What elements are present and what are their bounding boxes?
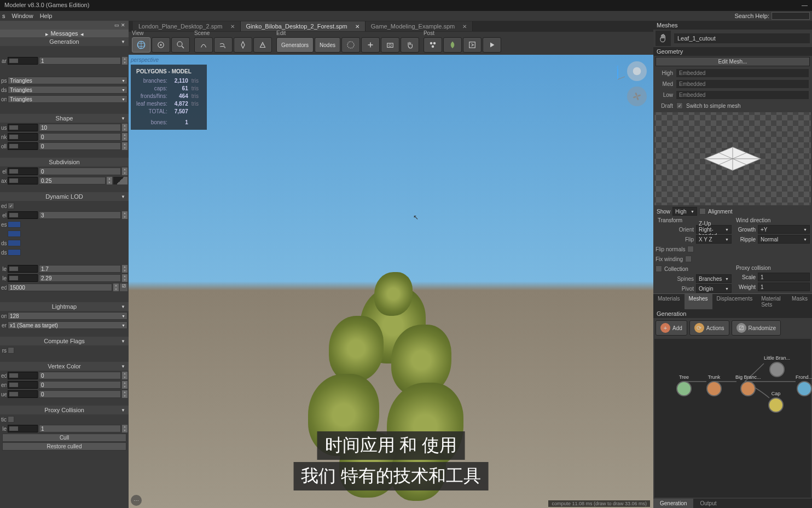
section-generation[interactable]: Generation▼ bbox=[0, 37, 129, 46]
color-swatch[interactable] bbox=[8, 230, 21, 237]
num-input[interactable]: 0 bbox=[39, 168, 121, 175]
slider[interactable] bbox=[8, 124, 38, 131]
spinner[interactable]: ▲▼ bbox=[122, 211, 127, 219]
draft-checkbox[interactable]: ✓ bbox=[676, 102, 683, 109]
close-tab-icon[interactable]: ✕ bbox=[462, 24, 467, 30]
menu-window[interactable]: Window bbox=[12, 13, 33, 19]
close-tab-icon[interactable]: ✕ bbox=[355, 24, 359, 30]
panel-tab-materials[interactable]: Materials bbox=[653, 294, 685, 309]
num-input[interactable]: 0 bbox=[39, 381, 121, 389]
section-compute-flags[interactable]: Compute Flags▼ bbox=[0, 337, 129, 345]
num-input[interactable]: 0.25 bbox=[39, 177, 106, 184]
fan-gizmo-icon[interactable] bbox=[627, 86, 647, 106]
spinner[interactable]: ▲▼ bbox=[122, 265, 127, 273]
checkbox[interactable] bbox=[8, 416, 14, 423]
play-icon[interactable] bbox=[483, 37, 501, 53]
num-input[interactable]: 15000 bbox=[8, 284, 112, 291]
num-input[interactable]: 1 bbox=[39, 425, 121, 432]
num-input[interactable]: 1 bbox=[39, 57, 121, 65]
output-tab-output[interactable]: Output bbox=[693, 499, 723, 508]
orient-dropdown[interactable]: Z-Up Right-handed▼ bbox=[696, 225, 732, 234]
collection-checkbox[interactable] bbox=[656, 265, 662, 272]
globe-icon[interactable] bbox=[132, 37, 150, 53]
spines-dropdown[interactable]: Branches▼ bbox=[696, 274, 732, 283]
node-graph[interactable]: TreeTrunkBig Branc...Little Bran...CapFr… bbox=[654, 339, 811, 498]
hand-tool-icon[interactable] bbox=[401, 37, 419, 53]
spinner[interactable]: ▲▼ bbox=[122, 274, 127, 282]
menu-item[interactable]: s bbox=[2, 13, 5, 19]
slider[interactable] bbox=[8, 133, 38, 141]
num-input[interactable]: 0 bbox=[39, 133, 121, 141]
graph-node[interactable]: Cap bbox=[768, 391, 784, 413]
hand-icon[interactable] bbox=[656, 31, 671, 46]
panel-tab-material sets[interactable]: Material Sets bbox=[757, 294, 787, 309]
slider[interactable] bbox=[8, 390, 38, 398]
slider[interactable] bbox=[8, 381, 38, 389]
num-input[interactable]: 2.29 bbox=[39, 274, 121, 282]
slider[interactable] bbox=[8, 142, 38, 150]
color-swatch[interactable] bbox=[8, 221, 21, 228]
cluster-icon[interactable] bbox=[424, 37, 442, 53]
dice-icon[interactable]: ⚂ bbox=[120, 284, 127, 291]
force-icon[interactable] bbox=[194, 37, 213, 53]
export-icon[interactable] bbox=[463, 37, 482, 53]
dropdown-lightmap-scale[interactable]: x1 (Same as target)▼ bbox=[8, 321, 127, 329]
num-input[interactable]: 1.7 bbox=[39, 265, 121, 273]
spinner[interactable]: ▲▼ bbox=[122, 390, 127, 398]
spinner[interactable]: ▲▼ bbox=[122, 142, 127, 150]
close-panel-icon[interactable]: ✕ bbox=[121, 22, 126, 28]
panel-tab-displacements[interactable]: Displacements bbox=[712, 294, 757, 309]
flip-dropdown[interactable]: X Y Z▼ bbox=[696, 235, 732, 244]
edit-mesh-button[interactable]: Edit Mesh... bbox=[656, 57, 810, 66]
slider[interactable] bbox=[8, 274, 38, 282]
slider[interactable] bbox=[8, 168, 38, 175]
spinner[interactable]: ▲▼ bbox=[113, 284, 119, 291]
color-swatch[interactable] bbox=[8, 249, 21, 256]
mesh-icon[interactable] bbox=[253, 37, 272, 53]
num-input[interactable]: 0 bbox=[39, 142, 121, 150]
mesh-name-field[interactable]: Leaf_1_cutout bbox=[674, 33, 810, 43]
graph-node[interactable]: Tree bbox=[676, 374, 692, 396]
randomize-button[interactable]: ⚂Randomize bbox=[732, 320, 781, 336]
menu-help[interactable]: Help bbox=[40, 13, 53, 19]
cull-button[interactable]: Cull bbox=[2, 434, 126, 442]
mesh-preview[interactable] bbox=[654, 112, 811, 205]
restore-culled-button[interactable]: Restore culled bbox=[2, 442, 126, 451]
graph-node[interactable]: Little Bran... bbox=[764, 355, 790, 377]
checkbox[interactable] bbox=[8, 347, 14, 354]
lod-value[interactable]: Embedded bbox=[676, 80, 809, 88]
camera-icon[interactable] bbox=[381, 37, 399, 53]
undock-icon[interactable]: ▭ bbox=[114, 22, 120, 28]
search-help-input[interactable] bbox=[772, 12, 810, 20]
ripple-dropdown[interactable]: Normal▼ bbox=[758, 235, 810, 244]
dropdown-lightmap[interactable]: 128▼ bbox=[8, 312, 127, 320]
panel-tab-meshes[interactable]: Meshes bbox=[685, 294, 712, 309]
num-input[interactable]: 0 bbox=[39, 372, 121, 379]
lod-value[interactable]: Embedded bbox=[676, 69, 809, 77]
section-vertex-color[interactable]: Vertex Color▼ bbox=[0, 362, 129, 371]
fix-winding-checkbox[interactable] bbox=[685, 256, 692, 262]
section-lightmap[interactable]: Lightmap▼ bbox=[0, 302, 129, 311]
slider[interactable] bbox=[8, 57, 38, 65]
actions-button[interactable]: ⟳Actions bbox=[689, 320, 729, 336]
num-input[interactable]: 0 bbox=[39, 390, 121, 398]
add-node-icon[interactable] bbox=[361, 37, 380, 53]
light-gizmo-icon[interactable] bbox=[627, 61, 647, 81]
growth-dropdown[interactable]: +Y▼ bbox=[758, 225, 810, 234]
output-tab-generation[interactable]: Generation bbox=[653, 499, 693, 508]
section-shape[interactable]: Shape▼ bbox=[0, 114, 129, 123]
select-icon[interactable] bbox=[341, 37, 360, 53]
show-dropdown[interactable]: High▼ bbox=[672, 207, 697, 216]
spinner[interactable]: ▲▼ bbox=[122, 57, 127, 65]
num-input[interactable]: 3 bbox=[39, 211, 121, 219]
color-swatch[interactable] bbox=[8, 240, 21, 246]
nodes-button[interactable]: Nodes bbox=[315, 37, 340, 53]
curve-preview[interactable] bbox=[113, 177, 127, 184]
wind-icon[interactable] bbox=[214, 37, 233, 53]
slider[interactable] bbox=[8, 372, 38, 379]
spinner[interactable]: ▲▼ bbox=[107, 177, 112, 184]
spinner[interactable]: ▲▼ bbox=[122, 124, 127, 131]
graph-node[interactable]: Trunk bbox=[706, 374, 722, 396]
target-icon[interactable] bbox=[152, 37, 170, 53]
alignment-checkbox[interactable] bbox=[699, 208, 706, 215]
